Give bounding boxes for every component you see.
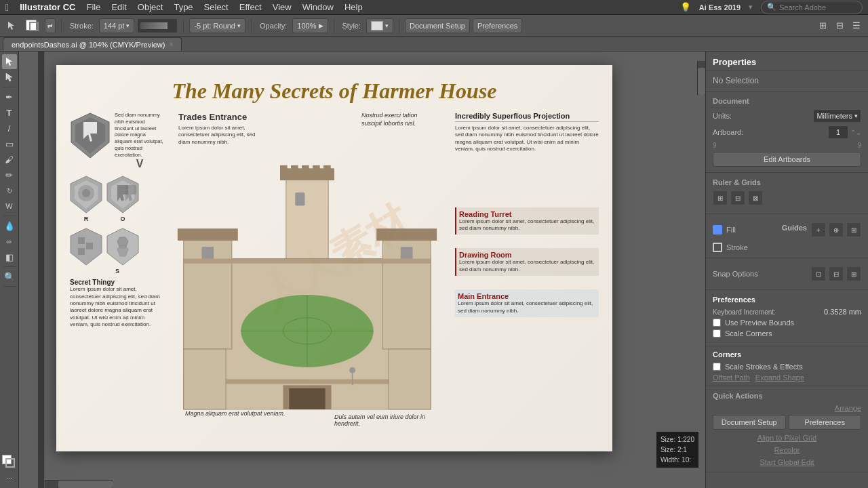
magna-text-section: Magna aliquam erat volutpat veniam. <box>185 410 285 417</box>
edit-artboards-btn[interactable]: Edit Artboards <box>713 152 861 167</box>
rect-tool-btn[interactable]: ▭ <box>2 136 17 151</box>
start-global-edit-link[interactable]: Start Global Edit <box>760 458 814 466</box>
stroke-up-btn[interactable]: 144 pt ▾ <box>99 18 135 33</box>
document-setup-action-btn[interactable]: Document Setup <box>713 415 786 430</box>
stroke-color-field[interactable] <box>137 18 178 33</box>
menu-window[interactable]: Window <box>302 2 334 12</box>
stroke-label: Stroke: <box>67 22 96 30</box>
weight-dropdown[interactable]: -5 pt: Round ▾ <box>189 18 245 33</box>
svg-rect-32 <box>184 349 226 409</box>
fill-swatch[interactable] <box>23 18 42 33</box>
more-tools-btn[interactable]: ··· <box>2 470 17 485</box>
rotate-tool-btn[interactable]: ↻ <box>2 183 17 198</box>
reading-turret-text: Lorem ipsum dolor sit amet, consectetuer… <box>459 218 596 232</box>
snap-icon-2[interactable]: ⊟ <box>829 266 844 281</box>
selection-tool-icon[interactable] <box>4 18 19 33</box>
direct-selection-tool-btn[interactable] <box>2 70 17 85</box>
width-tool-btn[interactable]: W <box>2 199 17 214</box>
fill-indicator <box>713 225 722 235</box>
scale-strokes-checkbox[interactable] <box>713 363 721 371</box>
document-tab[interactable]: endpointsDashes.ai @ 104% (CMYK/Preview)… <box>3 37 182 51</box>
separator-1 <box>61 19 62 33</box>
menu-view[interactable]: View <box>273 2 292 12</box>
selection-tool-btn[interactable] <box>2 54 17 69</box>
ai-version[interactable]: Ai Ess 2019 <box>699 3 741 12</box>
ruler-icon-1[interactable]: ⊞ <box>713 190 728 205</box>
svg-marker-2 <box>6 73 12 81</box>
corners-title: Corners <box>713 350 861 359</box>
canvas-area[interactable]: 人人素材 The Many Secrets of Harmer House <box>19 52 705 488</box>
recolor-link[interactable]: Recolor <box>774 446 800 454</box>
blend-tool-btn[interactable]: ∞ <box>2 234 17 249</box>
svg-marker-1 <box>6 58 12 66</box>
menu-object[interactable]: Object <box>138 2 163 12</box>
guide-icon-2[interactable]: ⊕ <box>829 222 844 237</box>
opacity-value-text: 100% <box>297 22 316 30</box>
offset-path-link[interactable]: Offset Path <box>713 373 750 382</box>
menu-bar:  Illustrator CC File Edit Object Type S… <box>0 0 868 15</box>
document-setup-btn[interactable]: Document Setup <box>405 18 470 33</box>
line-tool-btn[interactable]: / <box>2 121 17 136</box>
app-name[interactable]: Illustrator CC <box>20 2 75 12</box>
stroke-chevron-icon: ▾ <box>126 22 130 29</box>
preferences-action-btn[interactable]: Preferences <box>789 415 862 430</box>
align-icon-2[interactable]: ⊟ <box>832 18 847 33</box>
gradient-tool-btn[interactable]: ◧ <box>2 249 17 264</box>
opacity-field[interactable]: 100% ▶ <box>292 18 328 33</box>
arrange-link[interactable]: Arrange <box>835 404 861 412</box>
zoom-tool-btn[interactable]: 🔍 <box>2 269 17 284</box>
guide-icon-1[interactable]: + <box>811 222 826 237</box>
tab-close-icon[interactable]: × <box>169 41 173 48</box>
type-tool-btn[interactable]: T <box>2 105 17 120</box>
menu-type[interactable]: Type <box>174 2 193 12</box>
search-bar[interactable]: 🔍 Search Adobe <box>761 1 863 14</box>
horizontal-scrollbar[interactable] <box>45 480 113 488</box>
fill-stroke-swap[interactable]: ⇄ <box>45 18 56 33</box>
separator-3 <box>251 19 252 33</box>
size-info-1: Size: 1:220 <box>660 434 694 445</box>
center-column: Trades Entrance Lorem ipsum dolor sit am… <box>172 112 443 430</box>
magna-text: Magna aliquam erat volutpat veniam. <box>185 410 285 417</box>
info-box: Size: 1:220 Size: 2:1 Width: 10: <box>656 432 698 468</box>
align-pixel-grid-link[interactable]: Align to Pixel Grid <box>757 434 816 442</box>
paintbrush-tool-btn[interactable]: 🖌 <box>2 152 17 167</box>
incredibly-title: Incredibly Superflous Projection <box>455 112 599 122</box>
use-preview-bounds-checkbox[interactable] <box>713 319 721 327</box>
artboard-stepper[interactable]: ⌃⌄ <box>850 129 861 136</box>
scale-strokes-row: Scale Strokes & Effects <box>713 363 861 371</box>
menu-edit[interactable]: Edit <box>111 2 126 12</box>
size-info-2: Size: 2:1 <box>660 445 694 455</box>
menu-effect[interactable]: Effect <box>239 2 262 12</box>
pen-tool-btn[interactable]: ✒ <box>2 89 17 104</box>
menu-icon[interactable]: ☰ <box>849 18 864 33</box>
quick-actions-title: Quick Actions <box>713 392 861 400</box>
ruler-icon-2[interactable]: ⊟ <box>730 190 745 205</box>
units-dropdown[interactable]: Millimeters ▾ <box>813 109 861 123</box>
snap-icon-1[interactable]: ⊡ <box>811 266 826 281</box>
style-dropdown[interactable]: ▾ <box>366 18 393 33</box>
svg-marker-0 <box>8 22 14 30</box>
preferences-btn[interactable]: Preferences <box>473 18 522 33</box>
align-icon-1[interactable]: ⊞ <box>815 18 830 33</box>
expand-shape-link[interactable]: Expand Shape <box>755 373 804 382</box>
guide-icon-3[interactable]: ⊞ <box>846 222 861 237</box>
menu-file[interactable]: File <box>86 2 100 12</box>
menu-help[interactable]: Help <box>344 2 363 12</box>
snap-options-section: Snap Options ⊡ ⊟ ⊞ <box>706 258 868 290</box>
duis-text: Duis autem vel eum iriure dolor in hendr… <box>334 413 429 427</box>
shield-r: R <box>70 176 102 222</box>
keyboard-increment-label: Keyboard Increment: <box>713 308 820 316</box>
tab-label: endpointsDashes.ai @ 104% (CMYK/Preview) <box>12 41 165 49</box>
pencil-tool-btn[interactable]: ✏ <box>2 167 17 182</box>
drawing-room-text: Lorem ipsum dolor sit amet, consectetuer… <box>459 259 596 273</box>
menu-select[interactable]: Select <box>204 2 229 12</box>
snap-icon-3[interactable]: ⊞ <box>846 266 861 281</box>
vertical-scrollbar[interactable] <box>697 61 705 95</box>
eyedropper-tool-btn[interactable]: 💧 <box>2 218 17 233</box>
menubar-right: 💡 Ai Ess 2019 ▾ 🔍 Search Adobe <box>680 1 863 14</box>
ruler-icon-3[interactable]: ⊠ <box>748 190 763 205</box>
drawing-room-title: Drawing Room <box>459 251 596 259</box>
scale-corners-checkbox[interactable] <box>713 329 721 338</box>
artboard-value-field[interactable]: 1 <box>828 125 848 139</box>
units-value: Millimeters <box>816 112 852 120</box>
